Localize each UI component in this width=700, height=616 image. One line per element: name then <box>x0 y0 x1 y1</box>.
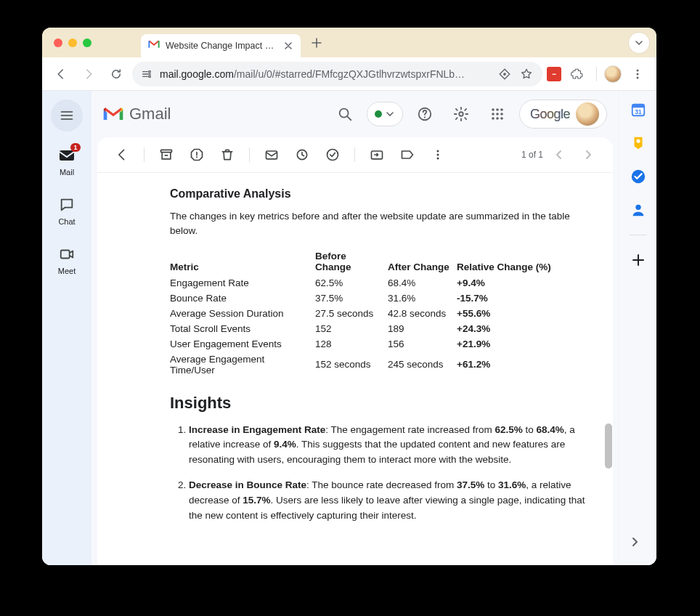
mark-unread-button[interactable] <box>259 142 285 168</box>
gmail-favicon-icon <box>148 40 160 52</box>
search-button[interactable] <box>330 100 359 129</box>
browser-toolbar: mail.google.com/mail/u/0/#starred/FMfcgz… <box>42 57 656 91</box>
report-spam-button[interactable] <box>184 142 210 168</box>
window-close-button[interactable] <box>54 38 62 47</box>
svg-point-0 <box>149 70 151 73</box>
status-chip[interactable] <box>367 102 403 126</box>
eye-dropper-icon[interactable] <box>497 67 512 81</box>
cell-metric: User Engagement Events <box>170 336 315 352</box>
pager-text: 1 of 1 <box>521 150 543 160</box>
insight-item: Increase in Engagement Rate: The engagem… <box>189 423 591 469</box>
scrollbar-thumb[interactable] <box>605 423 612 469</box>
gmail-product-label: Gmail <box>129 105 171 123</box>
cell-after: 68.4% <box>388 275 457 291</box>
toolbar-separator <box>596 67 597 81</box>
nav-meet-label: Meet <box>58 267 76 275</box>
tab-title: Website Change Impact Repo <box>166 41 277 51</box>
cell-after: 189 <box>388 321 457 336</box>
toolbar-sep <box>249 147 250 162</box>
svg-point-20 <box>500 117 503 120</box>
tasks-icon[interactable] <box>630 168 647 185</box>
meet-icon <box>57 245 76 264</box>
cell-metric: Average Session Duration <box>170 306 315 321</box>
move-to-button[interactable] <box>364 142 390 168</box>
calendar-icon[interactable]: 31 <box>630 101 647 118</box>
table-row: Total Scroll Events152189+24.3% <box>170 321 577 336</box>
new-tab-button[interactable] <box>306 33 327 53</box>
th-metric: Metric <box>170 248 315 275</box>
main-menu-button[interactable] <box>51 100 83 131</box>
svg-point-19 <box>496 117 499 120</box>
window-fullscreen-button[interactable] <box>83 38 91 47</box>
contacts-icon[interactable] <box>630 201 647 219</box>
browser-tabstrip: Website Change Impact Repo <box>42 28 656 57</box>
th-before: Before Change <box>315 248 388 275</box>
more-button[interactable] <box>425 142 451 168</box>
hide-side-panel-button[interactable] <box>624 532 645 552</box>
browser-menu-button[interactable] <box>626 62 649 86</box>
cell-relative: +55.6% <box>457 306 577 321</box>
gmail-main: Gmail <box>91 91 619 565</box>
svg-point-8 <box>340 109 349 118</box>
older-button[interactable] <box>546 142 572 168</box>
support-button[interactable] <box>410 100 439 129</box>
labels-button[interactable] <box>394 142 420 168</box>
apps-grid-button[interactable] <box>483 100 512 129</box>
window-controls <box>54 38 91 47</box>
nav-chat[interactable]: Chat <box>42 191 91 230</box>
tab-close-button[interactable] <box>283 41 293 51</box>
cell-metric: Average Engagement Time/User <box>170 352 315 378</box>
delete-button[interactable] <box>214 142 240 168</box>
svg-point-1 <box>149 76 151 78</box>
svg-point-29 <box>437 158 439 160</box>
add-to-tasks-button[interactable] <box>320 142 346 168</box>
gmail-logo[interactable]: Gmail <box>102 105 171 123</box>
newer-button[interactable] <box>575 142 601 168</box>
cell-relative: +24.3% <box>457 321 577 336</box>
nav-forward-button[interactable] <box>77 62 100 86</box>
svg-rect-31 <box>632 105 644 108</box>
cell-relative: +21.9% <box>457 336 577 352</box>
site-settings-icon[interactable] <box>141 68 152 80</box>
cell-before: 152 <box>315 321 388 336</box>
tabs-dropdown-button[interactable] <box>629 33 649 53</box>
nav-mail-label: Mail <box>60 168 74 177</box>
bookmark-star-icon[interactable] <box>519 67 534 81</box>
svg-point-17 <box>500 113 503 115</box>
svg-point-12 <box>492 108 495 111</box>
cell-metric: Engagement Rate <box>170 275 315 291</box>
archive-button[interactable] <box>153 142 179 168</box>
svg-point-16 <box>496 113 499 115</box>
back-to-list-button[interactable] <box>109 142 135 168</box>
address-bar[interactable]: mail.google.com/mail/u/0/#starred/FMfcgz… <box>132 62 542 86</box>
nav-back-button[interactable] <box>49 62 73 86</box>
svg-point-2 <box>503 73 506 76</box>
nav-reload-button[interactable] <box>105 62 128 86</box>
svg-point-27 <box>437 150 439 153</box>
svg-point-15 <box>492 113 495 115</box>
account-avatar <box>576 102 599 126</box>
status-active-icon <box>375 110 382 118</box>
settings-button[interactable] <box>447 100 476 129</box>
gmail-logo-icon <box>102 105 125 123</box>
nav-mail[interactable]: 1 Mail <box>42 142 91 181</box>
cell-after: 156 <box>388 336 457 352</box>
addons-plus-icon[interactable] <box>630 251 647 269</box>
browser-tab[interactable]: Website Change Impact Repo <box>141 34 301 57</box>
side-panel: 31 <box>619 91 656 565</box>
window-minimize-button[interactable] <box>68 38 77 47</box>
side-panel-separator <box>630 235 647 235</box>
google-account-chip[interactable]: Google <box>519 100 607 129</box>
cell-after: 31.6% <box>388 291 457 306</box>
keep-icon[interactable] <box>630 134 647 152</box>
chat-icon <box>57 195 76 214</box>
browser-profile-avatar[interactable] <box>604 65 622 83</box>
snooze-button[interactable] <box>289 142 315 168</box>
cell-before: 62.5% <box>315 275 388 291</box>
extension-red-icon[interactable]: ••• <box>547 67 561 81</box>
mail-toolbar: 1 of 1 <box>97 137 613 172</box>
svg-point-28 <box>437 154 439 156</box>
extensions-puzzle-icon[interactable] <box>566 62 589 86</box>
nav-meet[interactable]: Meet <box>42 240 91 280</box>
cell-before: 27.5 seconds <box>315 306 388 321</box>
